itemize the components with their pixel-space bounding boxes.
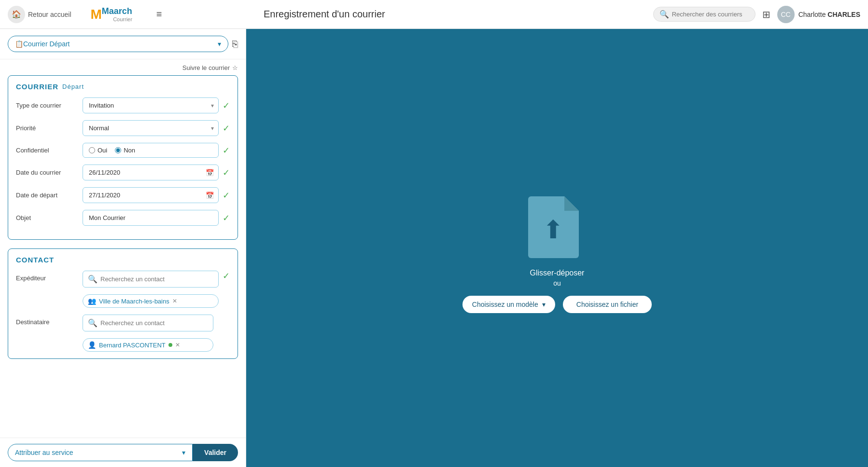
confidentiel-oui-radio[interactable]: [89, 147, 95, 153]
svg-text:⬆: ⬆: [543, 216, 564, 244]
date-courrier-input[interactable]: [83, 165, 219, 180]
expediteur-control: 🔍 👥 Ville de Maarch-les-bains ✕: [83, 271, 219, 308]
confidentiel-control: Oui Non: [83, 143, 219, 158]
courrier-subtitle: Départ: [62, 83, 84, 90]
confidentiel-oui-label[interactable]: Oui: [89, 147, 107, 154]
courrier-type-select[interactable]: 📋 Courrier Départ ▾: [8, 36, 228, 52]
upload-file-icon: ⬆: [526, 183, 588, 260]
date-depart-control: 📅: [83, 187, 219, 203]
courrier-section: COURRIER Départ Type de courrier Invitat…: [8, 75, 238, 240]
sidebar-scroll: Suivre le courrier ☆ COURRIER Départ Typ…: [0, 59, 246, 438]
user-name: Charlotte CHARLES: [798, 11, 860, 18]
expediteur-search-input[interactable]: [100, 275, 213, 283]
destinataire-tag-close[interactable]: ✕: [175, 342, 180, 348]
confidentiel-row: Confidentiel Oui Non: [16, 143, 230, 158]
page-title: Enregistrement d'un courrier: [264, 9, 653, 20]
avatar: CC: [777, 6, 795, 23]
contact-title-text: CONTACT: [16, 256, 54, 264]
drag-drop-label: Glisser-déposer: [530, 269, 585, 277]
date-depart-input[interactable]: [83, 187, 219, 203]
user-avatar[interactable]: CC Charlotte CHARLES: [777, 6, 860, 23]
objet-row: Objet ✓: [16, 210, 230, 226]
copy-icon: ⎘: [232, 39, 238, 49]
date-depart-row: Date de départ 📅 ✓: [16, 187, 230, 203]
date-depart-calendar-icon: 📅: [206, 192, 214, 199]
logo-maarch: Maarch: [102, 6, 132, 16]
type-courrier-select[interactable]: Invitation: [83, 97, 219, 113]
date-courrier-check-icon: ✓: [223, 167, 230, 178]
objet-check-icon: ✓: [223, 213, 230, 223]
expediteur-tag-close[interactable]: ✕: [172, 298, 177, 304]
search-input[interactable]: [672, 11, 749, 18]
courrier-type-label: Courrier Départ: [23, 40, 70, 48]
confidentiel-oui-text: Oui: [98, 147, 107, 154]
logo-sub: Courrier: [102, 16, 132, 22]
courrier-section-title: COURRIER Départ: [16, 82, 230, 91]
priorite-label: Priorité: [16, 124, 79, 132]
hamburger-button[interactable]: ≡: [156, 9, 162, 20]
tag-person-icon: 👤: [88, 341, 96, 349]
confidentiel-non-text: Non: [124, 147, 135, 154]
courrier-select-wrap: 📋 Courrier Départ ▾: [8, 36, 228, 52]
expediteur-label: Expéditeur: [16, 271, 79, 282]
confidentiel-non-label[interactable]: Non: [115, 147, 135, 154]
search-bar: 🔍: [653, 7, 756, 22]
attribuer-button[interactable]: Attribuer au service ▾: [8, 444, 193, 461]
choose-modele-button[interactable]: Choisissez un modèle ▾: [462, 296, 555, 313]
follow-row: Suivre le courrier ☆: [8, 64, 238, 71]
confidentiel-check-icon: ✓: [223, 145, 230, 156]
objet-label: Objet: [16, 214, 79, 221]
date-courrier-label: Date du courrier: [16, 169, 79, 176]
search-icon-expediteur: 🔍: [88, 275, 98, 284]
fichier-label: Choisissez un fichier: [576, 301, 638, 308]
home-button[interactable]: 🏠 Retour accueil: [8, 6, 71, 23]
destinataire-tag[interactable]: 👤 Bernard PASCONTENT ✕: [83, 338, 213, 352]
modele-arrow: ▾: [542, 301, 546, 308]
grid-icon-button[interactable]: ⊞: [762, 9, 770, 20]
courrier-type-icon: 📋: [15, 40, 23, 48]
priorite-row: Priorité Normal ▾ ✓: [16, 120, 230, 136]
contact-section: CONTACT Expéditeur 🔍 👥 Ville de Maarch-l…: [8, 248, 238, 359]
star-icon[interactable]: ☆: [232, 64, 238, 71]
valider-button[interactable]: Valider: [193, 444, 238, 461]
confidentiel-radio-group: Oui Non: [83, 143, 219, 158]
choose-fichier-button[interactable]: Choisissez un fichier: [563, 296, 652, 313]
courrier-title-text: COURRIER: [16, 82, 58, 91]
avatar-initials: CC: [781, 11, 791, 18]
type-courrier-control: Invitation ▾: [83, 97, 219, 113]
destinataire-control: 🔍 👤 Bernard PASCONTENT ✕: [83, 315, 213, 352]
follow-label: Suivre le courrier: [182, 64, 230, 71]
confidentiel-label: Confidentiel: [16, 147, 79, 154]
home-icon: 🏠: [8, 6, 25, 23]
sidebar: 📋 Courrier Départ ▾ ⎘ Suivre le courrier…: [0, 29, 246, 467]
logo: M Maarch Courrier: [91, 6, 132, 22]
confidentiel-non-radio[interactable]: [115, 147, 121, 153]
expediteur-check-icon: ✓: [223, 271, 230, 281]
sidebar-header: 📋 Courrier Départ ▾ ⎘: [0, 29, 246, 59]
upload-inner: ⬆ Glisser-déposer ou Choisissez un modèl…: [462, 183, 652, 313]
ou-label: ou: [530, 279, 585, 287]
calendar-icon: 📅: [206, 169, 214, 177]
priorite-select[interactable]: Normal: [83, 120, 219, 136]
expediteur-tag[interactable]: 👥 Ville de Maarch-les-bains ✕: [83, 294, 219, 308]
date-courrier-control: 📅: [83, 165, 219, 180]
objet-input[interactable]: [83, 210, 219, 226]
date-depart-check-icon: ✓: [223, 190, 230, 201]
date-depart-label: Date de départ: [16, 192, 79, 199]
home-label: Retour accueil: [28, 11, 71, 18]
priorite-control: Normal ▾: [83, 120, 219, 136]
copy-button[interactable]: ⎘: [232, 39, 238, 50]
attribuer-label: Attribuer au service: [15, 449, 73, 456]
main-area: 📋 Courrier Départ ▾ ⎘ Suivre le courrier…: [0, 29, 868, 467]
sidebar-footer: Attribuer au service ▾ Valider: [0, 438, 246, 467]
logo-m: M: [91, 7, 102, 22]
destinataire-search-input[interactable]: [100, 319, 208, 327]
destinataire-search: 🔍: [83, 315, 213, 331]
upload-area: ⬆ Glisser-déposer ou Choisissez un modèl…: [246, 29, 868, 467]
expediteur-search: 🔍: [83, 271, 219, 288]
courrier-dropdown-arrow: ▾: [218, 40, 221, 48]
expediteur-row: Expéditeur 🔍 👥 Ville de Maarch-les-bains…: [16, 271, 230, 308]
expediteur-tag-label: Ville de Maarch-les-bains: [99, 298, 169, 305]
type-courrier-label: Type de courrier: [16, 102, 79, 109]
drag-drop-text: Glisser-déposer ou: [530, 269, 585, 287]
